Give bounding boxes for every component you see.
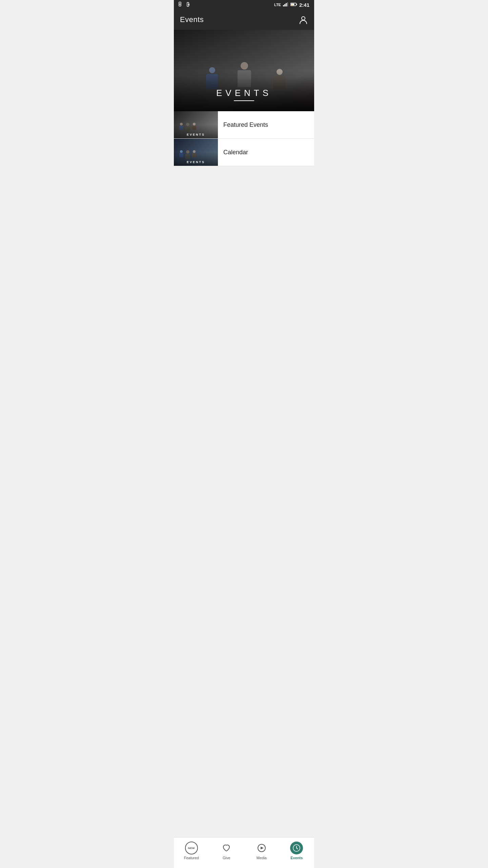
featured-events-label: Featured Events [218, 121, 273, 129]
status-bar-left: N [179, 2, 193, 8]
svg-text:N: N [188, 3, 190, 6]
svg-rect-6 [286, 3, 287, 6]
calendar-item[interactable]: EVENTS Calendar [174, 139, 314, 166]
thumb-overlay-2 [174, 152, 218, 166]
thumbnail-label-1: EVENTS [187, 133, 205, 136]
thumb-overlay-1 [174, 125, 218, 138]
svg-rect-4 [283, 5, 284, 6]
person-silhouette-3 [272, 69, 287, 93]
signal-icon [283, 2, 288, 7]
svg-point-12 [302, 17, 305, 20]
sim-icon [179, 2, 185, 8]
lte-label: LTE [274, 3, 281, 7]
calendar-label: Calendar [218, 149, 253, 156]
page-title: Events [180, 15, 204, 24]
hero-banner: EVENTS [174, 30, 314, 111]
status-bar: N LTE ⚡ 2:41 [174, 0, 314, 9]
svg-rect-1 [180, 3, 180, 5]
svg-rect-5 [284, 4, 285, 6]
featured-events-thumbnail: EVENTS [174, 111, 218, 138]
calendar-thumbnail: EVENTS [174, 139, 218, 166]
hero-title: EVENTS [216, 88, 272, 98]
carrier-icon: N [187, 2, 193, 8]
time-display: 2:41 [299, 2, 309, 8]
hero-title-wrap: EVENTS [216, 88, 272, 101]
svg-rect-7 [287, 2, 288, 6]
profile-button[interactable] [299, 15, 308, 24]
hero-title-underline [234, 100, 254, 101]
svg-rect-9 [296, 4, 297, 5]
thumbnail-label-2: EVENTS [187, 160, 205, 164]
featured-events-item[interactable]: EVENTS Featured Events [174, 111, 314, 139]
battery-icon: ⚡ [290, 2, 297, 7]
app-header: Events [174, 9, 314, 30]
status-bar-right: LTE ⚡ 2:41 [274, 2, 309, 8]
content-area: EVENTS Featured Events [174, 111, 314, 193]
svg-text:⚡: ⚡ [291, 4, 293, 6]
